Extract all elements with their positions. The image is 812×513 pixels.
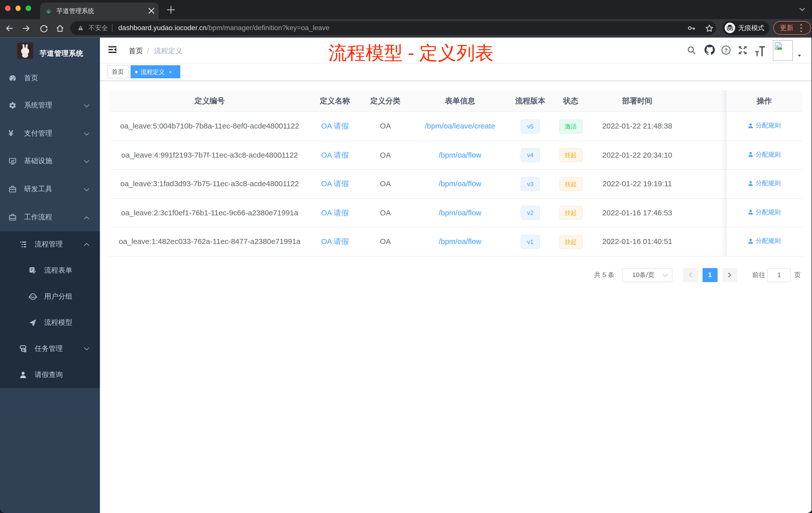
svg-text:?: ? [724, 47, 728, 54]
